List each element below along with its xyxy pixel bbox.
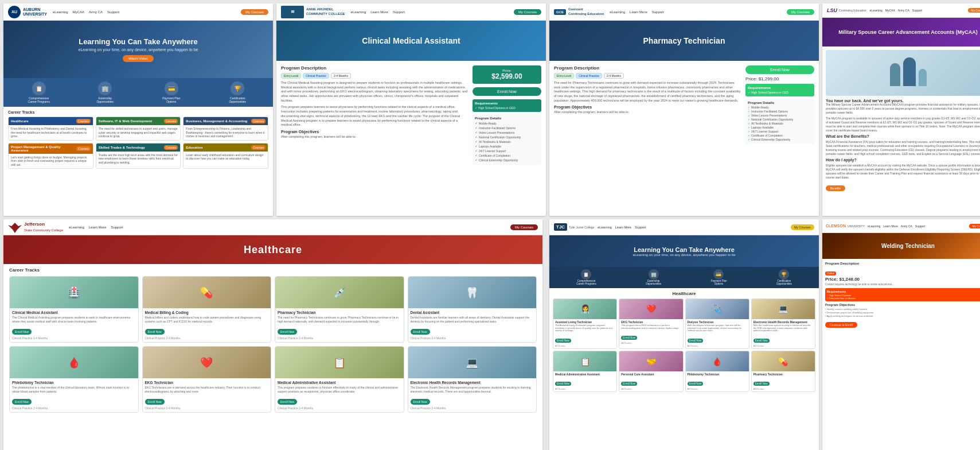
lsu-benefits-button[interactable]: Benefits	[826, 185, 845, 191]
tjc-enroll-pharmacy[interactable]: Enroll Now	[753, 382, 770, 386]
tjc-enroll-ehr[interactable]: Enroll Now	[753, 339, 770, 343]
lsu-nav-support[interactable]: Support	[912, 9, 923, 12]
tjc-course-medical-admin[interactable]: 📋 Medical Administrative Assistant Enrol…	[553, 351, 617, 392]
clemson-enroll-button[interactable]: Continue to Enroll	[825, 322, 857, 328]
tjc-nav-learn[interactable]: Learn More	[615, 226, 631, 229]
tjc-course-ekg-meta: All Routes	[621, 342, 681, 344]
auburn-hero: Learning You Can Take Anywhere eLearning…	[3, 21, 273, 78]
tjc-cert-icon: 🏆	[779, 269, 789, 280]
auburn-nav-elearning[interactable]: eLearning	[53, 10, 68, 14]
anne-nav-support[interactable]: Support	[393, 10, 405, 14]
jefferson-enroll-phlebotomy[interactable]: Enroll Now	[12, 399, 32, 405]
jefferson-enroll-ekg[interactable]: Enroll Now	[145, 399, 165, 405]
clemson-nav-army[interactable]: Army CA	[901, 224, 912, 228]
jefferson-course-ekg[interactable]: ❤️ EKG Technician EKG Technicians are in…	[142, 346, 272, 413]
tjc-enroll-pca[interactable]: Enroll Now	[621, 382, 637, 386]
lsu-nav-army[interactable]: Army CA	[898, 9, 909, 12]
lsu-nav-elearning[interactable]: eLearning	[870, 9, 883, 12]
auburn-nav-support[interactable]: Support	[107, 10, 119, 14]
jefferson-course-pharmacy-img: 💉	[275, 277, 404, 308]
jefferson-nav-learn[interactable]: Learn More	[89, 226, 107, 229]
tjc-enroll-dialysis[interactable]: Enroll Now	[688, 339, 704, 343]
jefferson-enroll-clinical[interactable]: Enroll Now	[12, 329, 32, 335]
auburn-mycourses-button[interactable]: My Courses	[241, 9, 268, 15]
tjc-course-dialysis[interactable]: 🩺 Dialysis Technician With the dialysis …	[685, 298, 749, 349]
tjc-enroll-alt[interactable]: Enroll Now	[555, 339, 571, 343]
gwinnett-nav-support[interactable]: Support	[652, 10, 664, 14]
track-pma-title: Project Management & Quality Assurance	[11, 145, 76, 152]
jefferson-course-dental-img: 🦷	[408, 277, 537, 308]
jefferson-bird-svg	[8, 222, 22, 233]
track-healthcare[interactable]: Healthcare Courses From Medical Assistin…	[8, 117, 93, 141]
jefferson-course-phlebotomy[interactable]: 🩸 Phlebotomy Technician The phlebotomist…	[9, 346, 139, 413]
jefferson-course-pharmacy[interactable]: 💉 Pharmacy Technician The need for Pharm…	[275, 276, 404, 343]
anne-requirements: Requirements ✓High School Diploma or GED	[473, 99, 541, 112]
jefferson-course-ekg-title: EKG Technician	[145, 381, 269, 385]
jefferson-course-billing[interactable]: 💊 Medical Billing & Coding Medical bille…	[142, 276, 272, 343]
jefferson-course-clinical-meta: Clinical Practice 2-4 Months	[12, 336, 136, 340]
clemson-nav-learn[interactable]: Learn More	[883, 224, 898, 228]
jefferson-course-dental[interactable]: 🦷 Dental Assistant Dental Assistants are…	[408, 276, 537, 343]
jefferson-nav-links: eLearning Learn More Support	[69, 226, 123, 229]
clemson-mycourses-button[interactable]: My Courses	[969, 224, 980, 228]
track-business[interactable]: Business, Management & Accounting Course…	[183, 117, 268, 141]
anne-detail-support: ✓24/7 Learner Support	[475, 149, 539, 153]
jefferson-nav-elearning[interactable]: eLearning	[69, 226, 84, 229]
jefferson-course-ehr[interactable]: 💻 Electronic Health Records Management T…	[408, 346, 537, 413]
tjc-course-phlebotomy-meta: All Routes	[688, 387, 747, 390]
jefferson-nav-support[interactable]: Support	[111, 226, 123, 229]
tjc-enroll-medical-admin[interactable]: Enroll Now	[555, 382, 571, 386]
tjc-course-ehr[interactable]: 💻 Electronic Health Records Management W…	[751, 298, 815, 349]
track-pma[interactable]: Project Management & Quality Assurance C…	[8, 143, 93, 169]
track-software[interactable]: Software, IT & Web Development Courses T…	[96, 117, 181, 141]
tjc-course-pca[interactable]: 🤝 Personal Care Assistant Enroll Now All…	[619, 351, 683, 392]
gwinnett-nav-learn[interactable]: Learn More	[630, 10, 647, 14]
auburn-nav-mycaa[interactable]: MyCAA	[73, 10, 84, 14]
track-trades-header: Skilled Trades & Technology Courses	[96, 143, 181, 152]
tjc-course-alt[interactable]: 👩‍⚕️ Assisted Living Technician The Assi…	[553, 298, 617, 349]
tjc-enroll-phlebotomy[interactable]: Enroll Now	[688, 382, 704, 386]
jefferson-enroll-dental[interactable]: Enroll Now	[411, 329, 430, 335]
lsu-logo-sub: Continuing Education	[839, 9, 866, 12]
tjc-course-ekg[interactable]: ❤️ EKG Technician This program trains EK…	[619, 298, 683, 349]
jefferson-mycourses-button[interactable]: My Courses	[510, 224, 538, 230]
tjc-mycourses-button[interactable]: My Courses	[791, 224, 814, 230]
anne-nav-learn[interactable]: Learn More	[370, 10, 388, 14]
jefferson-course-medical-admin-title: Medical Administrative Assistant	[278, 381, 401, 385]
lsu-nav-mycaa[interactable]: MyCAA	[885, 9, 895, 12]
jefferson-courses-row1: 🏥 Clinical Medical Assistant The Clinica…	[9, 276, 537, 343]
jefferson-panel: JeffersonState Community College eLearni…	[3, 219, 542, 450]
jefferson-logo-icon	[8, 222, 22, 233]
jefferson-course-clinical[interactable]: 🏥 Clinical Medical Assistant The Clinica…	[9, 276, 139, 343]
jefferson-enroll-pharmacy[interactable]: Enroll Now	[278, 329, 297, 335]
track-software-title: Software, IT & Web Development	[99, 119, 153, 123]
jefferson-enroll-ehr[interactable]: Enroll Now	[411, 399, 430, 405]
track-education[interactable]: Education Courses Learn about early chil…	[183, 143, 268, 169]
tjc-nav-elearning[interactable]: eLearning	[598, 226, 611, 229]
tjc-course-pharmacy[interactable]: 💊 Pharmacy Technician Enroll Now All Rou…	[751, 351, 815, 392]
anne-nav-elearning[interactable]: eLearning	[351, 10, 366, 14]
jefferson-course-medical-admin[interactable]: 📋 Medical Administrative Assistant This …	[275, 346, 404, 413]
clemson-content: Program Description Online Price: $1,248…	[822, 259, 980, 331]
jefferson-enroll-medical-admin[interactable]: Enroll Now	[278, 399, 297, 405]
jefferson-course-ehr-title: Electronic Health Records Management	[411, 381, 534, 385]
clemson-nav-support[interactable]: Support	[915, 224, 926, 228]
gwinnett-details-title: Program Details	[748, 101, 812, 104]
lsu-mycourses-button[interactable]: My Courses	[968, 8, 980, 13]
jefferson-enroll-billing[interactable]: Enroll Now	[145, 329, 165, 335]
tjc-course-phlebotomy[interactable]: 🩸 Phlebotomy Technician Enroll Now All R…	[685, 351, 749, 392]
auburn-nav-army[interactable]: Army CA	[89, 10, 103, 14]
auburn-watch-button[interactable]: Watch Video	[123, 55, 154, 62]
tjc-enroll-ekg[interactable]: Enroll Now	[621, 336, 637, 340]
anne-logo: ≋ ANNE ARUNDELCOMMUNITY COLLEGE	[281, 6, 345, 18]
gwinnett-enroll-button[interactable]: Enroll Now	[745, 65, 814, 74]
tjc-course-phlebotomy-img: 🩸	[686, 351, 749, 371]
track-trades[interactable]: Skilled Trades & Technology Courses Trad…	[96, 143, 181, 169]
anne-mycourses-button[interactable]: My Courses	[514, 9, 541, 15]
gwinnett-mycourses-button[interactable]: My Courses	[787, 9, 814, 15]
tjc-nav-support[interactable]: Support	[635, 226, 646, 229]
clemson-nav-elearning[interactable]: eLearning	[868, 224, 880, 228]
gwinnett-nav-elearning[interactable]: eLearning	[610, 10, 625, 14]
anne-enroll-button[interactable]: Enroll Now	[473, 87, 541, 96]
jefferson-course-billing-desc: Medical billers and coders understand ho…	[145, 316, 269, 323]
